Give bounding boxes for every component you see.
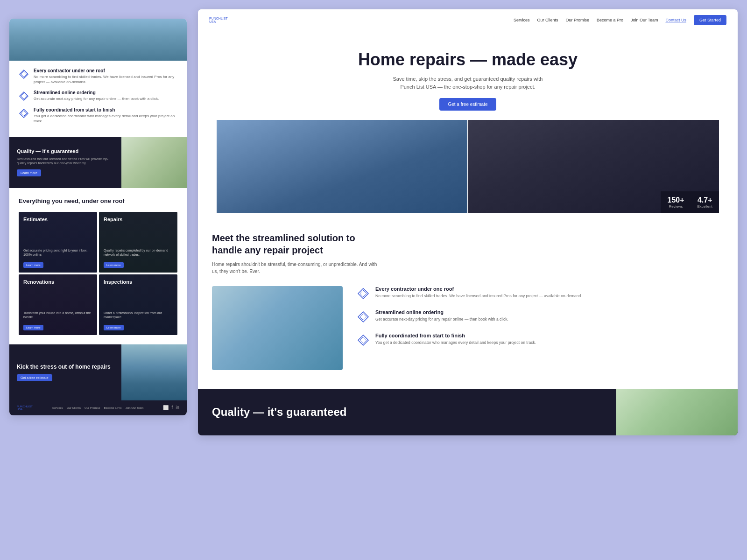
- hero-image-left: [217, 120, 467, 213]
- features-section-left: Every contractor under one roof No more …: [9, 61, 187, 137]
- footer-nav-pro[interactable]: Become a Pro: [104, 406, 122, 409]
- service-card-estimates[interactable]: Estimates Get accurate pricing sent righ…: [19, 212, 97, 273]
- meet-feature-2: Streamlined online ordering Get accurate…: [357, 309, 724, 323]
- desktop-hero: Home repairs — made easy Save time, skip…: [198, 31, 738, 213]
- inspections-btn[interactable]: Learn more: [104, 325, 124, 330]
- hero-cta-button[interactable]: Get a free estimate: [439, 98, 496, 111]
- meet-feature-text-3: Fully coordinated from start to finish Y…: [375, 333, 536, 346]
- meet-feature-1: Every contractor under one roof No more …: [357, 286, 724, 300]
- quality-bottom-text: Quality — it's guaranteed: [198, 389, 616, 435]
- meet-content: Every contractor under one roof No more …: [212, 286, 724, 370]
- kick-stress-text: Kick the stress out of home repairs Get …: [9, 344, 121, 400]
- meet-feature-text-1: Every contractor under one roof No more …: [375, 286, 582, 299]
- stat-rating: 4.7+ Excellent: [691, 191, 719, 213]
- left-footer: PUNCHLIST USA Services Our Clients Our P…: [9, 400, 187, 415]
- service-card-repairs[interactable]: Repairs Quality repairs completed by our…: [99, 212, 177, 273]
- footer-logo: PUNCHLIST USA: [17, 405, 33, 411]
- right-desktop-preview: PUNCHLIST USA Services Our Clients Our P…: [198, 9, 738, 435]
- instagram-icon[interactable]: ⬜: [163, 405, 169, 410]
- stat-rating-label: Excellent: [698, 204, 712, 209]
- quality-image-left: [121, 137, 187, 188]
- top-hero-image: [9, 19, 187, 61]
- kick-stress-section: Kick the stress out of home repairs Get …: [9, 344, 187, 400]
- quality-text-left: Quality — it's guaranteed Rest assured t…: [9, 137, 121, 188]
- meet-diamond-icon-3: [357, 334, 370, 347]
- nav-logo: PUNCHLIST USA: [209, 17, 228, 23]
- quality-learn-more-btn[interactable]: Learn more: [17, 169, 41, 176]
- renovations-btn[interactable]: Learn more: [23, 325, 43, 330]
- nav-contact[interactable]: Contact Us: [665, 18, 686, 22]
- feature-item-3: Fully coordinated from start to finish Y…: [19, 107, 177, 124]
- stat-reviews-label: Reviews: [667, 204, 684, 209]
- meet-features-list: Every contractor under one roof No more …: [357, 286, 724, 347]
- diamond-icon-2: [19, 91, 29, 101]
- feature-text-3: Fully coordinated from start to finish Y…: [34, 107, 177, 124]
- quality-bottom-section: Quality — it's guaranteed: [198, 389, 738, 435]
- nav-clients[interactable]: Our Clients: [537, 18, 558, 22]
- meet-diamond-icon-1: [357, 287, 370, 300]
- desktop-nav: PUNCHLIST USA Services Our Clients Our P…: [198, 9, 738, 31]
- facebook-icon[interactable]: f: [171, 405, 173, 410]
- meet-title: Meet the streamlined solution to handle …: [212, 232, 380, 256]
- meet-subtitle: Home repairs shouldn't be stressful, tim…: [212, 261, 380, 275]
- nav-services[interactable]: Services: [514, 18, 530, 22]
- hero-description: Save time, skip the stress, and get guar…: [388, 75, 547, 91]
- meet-feature-text-2: Streamlined online ordering Get accurate…: [375, 309, 508, 322]
- meet-image: [212, 286, 343, 370]
- services-grid: Estimates Get accurate pricing sent righ…: [19, 212, 177, 335]
- nav-join-team[interactable]: Join Our Team: [631, 18, 658, 22]
- footer-nav-team[interactable]: Join Our Team: [126, 406, 144, 409]
- stat-rating-number: 4.7+: [698, 196, 712, 204]
- feature-item-2: Streamlined online ordering Get accurate…: [19, 90, 177, 101]
- meet-section: Meet the streamlined solution to handle …: [198, 213, 738, 389]
- footer-nav-promise[interactable]: Our Promise: [85, 406, 100, 409]
- nav-promise[interactable]: Our Promise: [566, 18, 590, 22]
- hero-stats: 150+ Reviews 4.7+ Excellent: [661, 191, 719, 213]
- everything-section: Everything you need, under one roof Esti…: [9, 188, 187, 344]
- stat-reviews-number: 150+: [667, 196, 684, 204]
- stat-reviews: 150+ Reviews: [661, 191, 691, 213]
- left-mobile-preview: Every contractor under one roof No more …: [9, 19, 187, 415]
- meet-diamond-icon-2: [357, 310, 370, 323]
- service-card-inspections[interactable]: Inspections Order a professional inspect…: [99, 274, 177, 335]
- feature-text-2: Streamlined online ordering Get accurate…: [34, 90, 159, 101]
- footer-nav: Services Our Clients Our Promise Become …: [52, 406, 144, 409]
- footer-nav-clients[interactable]: Our Clients: [67, 406, 81, 409]
- feature-text-1: Every contractor under one roof No more …: [34, 68, 177, 84]
- feature-item-1: Every contractor under one roof No more …: [19, 68, 177, 84]
- kick-stress-btn[interactable]: Get a free estimate: [17, 374, 52, 381]
- repairs-btn[interactable]: Learn more: [104, 262, 124, 268]
- service-card-renovations[interactable]: Renovations Transform your house into a …: [19, 274, 97, 335]
- linkedin-icon[interactable]: in: [176, 405, 179, 410]
- quality-bottom-image: [616, 389, 738, 435]
- kick-stress-image: [121, 344, 187, 400]
- nav-become-pro[interactable]: Become a Pro: [597, 18, 623, 22]
- footer-social: ⬜ f in: [163, 405, 179, 410]
- quality-section-left: Quality — it's guaranteed Rest assured t…: [9, 137, 187, 188]
- get-started-button[interactable]: Get Started: [694, 15, 726, 25]
- meet-feature-3: Fully coordinated from start to finish Y…: [357, 333, 724, 347]
- estimates-btn[interactable]: Learn more: [23, 262, 43, 268]
- hero-title: Home repairs — made easy: [217, 50, 719, 70]
- hero-images: 150+ Reviews 4.7+ Excellent: [217, 120, 719, 213]
- nav-links: Services Our Clients Our Promise Become …: [514, 18, 686, 22]
- diamond-icon-3: [19, 108, 29, 119]
- quality-bottom-title: Quality — it's guaranteed: [212, 406, 602, 419]
- footer-nav-services[interactable]: Services: [52, 406, 63, 409]
- diamond-icon-1: [19, 69, 29, 79]
